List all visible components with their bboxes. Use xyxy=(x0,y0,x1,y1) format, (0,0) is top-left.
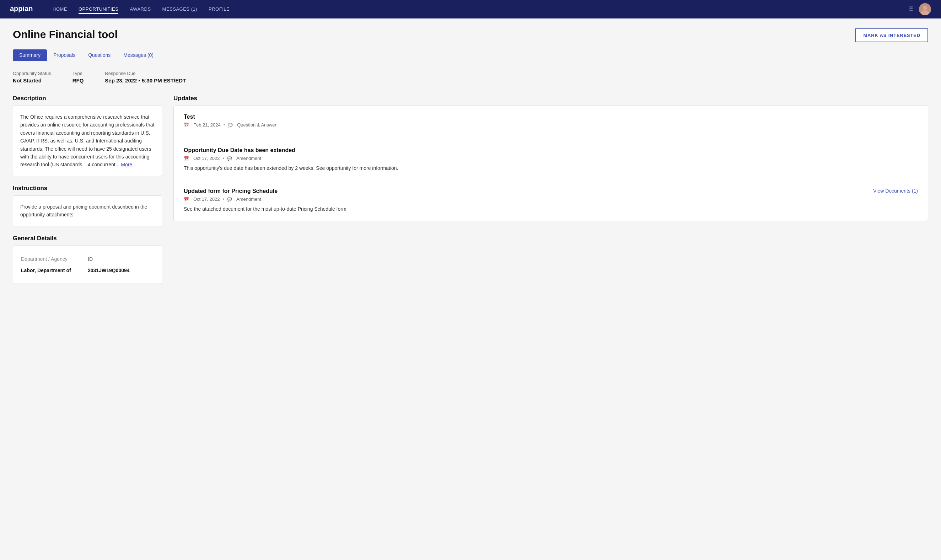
updates-title: Updates xyxy=(174,95,928,102)
update-1-meta: Feb 21, 2024 • Question & Answer xyxy=(184,122,918,128)
tab-questions[interactable]: Questions xyxy=(82,49,117,61)
update-2-body: This opportunity's due date has been ext… xyxy=(184,165,918,172)
general-details-title: General Details xyxy=(13,235,162,242)
general-details-card: Department / Agency ID Labor, Department… xyxy=(13,246,162,284)
update-3-type: Amendment xyxy=(236,197,261,202)
calendar-icon-3 xyxy=(184,197,191,202)
nav-awards[interactable]: AWARDS xyxy=(130,5,151,14)
updates-section: Updates Test Feb 21, 2024 • Question & A… xyxy=(174,95,928,284)
calendar-icon-2 xyxy=(184,155,191,161)
more-link[interactable]: More xyxy=(121,162,132,168)
nav-profile[interactable]: PROFILE xyxy=(209,5,229,14)
table-row: Department / Agency ID xyxy=(21,254,154,265)
update-item-3: Updated form for Pricing Schedule View D… xyxy=(174,180,928,221)
appian-logo[interactable]: appian xyxy=(10,3,38,15)
update-3-date: Oct 17, 2022 xyxy=(193,197,220,202)
id-value: 2031JW19Q00094 xyxy=(88,265,154,276)
left-column: Description The Office requires a compre… xyxy=(13,95,162,284)
update-1-title: Test xyxy=(184,114,195,120)
description-body: The Office requires a comprehensive rese… xyxy=(20,114,154,168)
page-header: Online Financial tool MARK AS INTERESTED xyxy=(13,28,928,42)
status-item: Opportunity Status Not Started xyxy=(13,71,51,83)
update-2-type: Amendment xyxy=(236,155,261,161)
type-value: RFQ xyxy=(72,77,84,83)
update-3-title-row: Updated form for Pricing Schedule View D… xyxy=(184,188,918,194)
description-card: The Office requires a comprehensive rese… xyxy=(13,106,162,176)
instructions-title: Instructions xyxy=(13,185,162,192)
table-row: Labor, Department of 2031JW19Q00094 xyxy=(21,265,154,276)
general-details-table: Department / Agency ID Labor, Department… xyxy=(20,253,155,277)
nav-right: ⠿ xyxy=(909,3,931,15)
update-2-title-row: Opportunity Due Date has been extended xyxy=(184,147,918,154)
page-content: Online Financial tool MARK AS INTERESTED… xyxy=(0,18,941,560)
update-3-meta: Oct 17, 2022 • Amendment xyxy=(184,197,918,202)
type-item: Type RFQ xyxy=(72,71,84,83)
type-icon-3 xyxy=(227,197,234,202)
general-details-section: General Details Department / Agency ID L… xyxy=(13,235,162,284)
response-due-item: Response Due Sep 23, 2022 • 5:30 PM EST/… xyxy=(105,71,186,83)
updates-card: Test Feb 21, 2024 • Question & Answer Op… xyxy=(174,106,928,221)
update-2-meta: Oct 17, 2022 • Amendment xyxy=(184,155,918,161)
response-due-value: Sep 23, 2022 • 5:30 PM EST/EDT xyxy=(105,77,186,83)
type-label: Type xyxy=(72,71,84,76)
dept-label: Department / Agency xyxy=(21,254,87,265)
update-item-1: Test Feb 21, 2024 • Question & Answer xyxy=(174,106,928,139)
instructions-card: Provide a proposal and pricing document … xyxy=(13,195,162,226)
user-avatar[interactable] xyxy=(919,3,931,15)
meta-row: Opportunity Status Not Started Type RFQ … xyxy=(13,71,928,83)
update-2-title: Opportunity Due Date has been extended xyxy=(184,147,295,154)
type-icon-1 xyxy=(228,122,234,128)
tabs: Summary Proposals Questions Messages (0) xyxy=(13,49,928,61)
mark-as-interested-button[interactable]: MARK AS INTERESTED xyxy=(855,28,928,42)
svg-text:appian: appian xyxy=(10,5,33,12)
instructions-body: Provide a proposal and pricing document … xyxy=(20,204,147,217)
calendar-icon-1 xyxy=(184,122,191,128)
status-value: Not Started xyxy=(13,77,51,83)
description-title: Description xyxy=(13,95,162,102)
update-1-date: Feb 21, 2024 xyxy=(193,122,221,128)
nav-messages[interactable]: MESSAGES (1) xyxy=(162,5,197,14)
view-documents-link[interactable]: View Documents (1) xyxy=(873,188,918,194)
update-3-body: See the attached document for the most u… xyxy=(184,205,918,213)
id-label: ID xyxy=(88,254,154,265)
type-icon-2 xyxy=(227,155,234,161)
dept-value: Labor, Department of xyxy=(21,265,87,276)
description-section: Description The Office requires a compre… xyxy=(13,95,162,176)
update-2-date: Oct 17, 2022 xyxy=(193,155,220,161)
nav-opportunities[interactable]: OPPORTUNITIES xyxy=(78,5,118,14)
svg-point-2 xyxy=(923,6,927,10)
response-due-label: Response Due xyxy=(105,71,186,76)
update-item-2: Opportunity Due Date has been extended O… xyxy=(174,139,928,180)
nav-home[interactable]: HOME xyxy=(52,5,67,14)
tab-summary[interactable]: Summary xyxy=(13,49,47,61)
update-1-title-row: Test xyxy=(184,114,918,120)
grid-icon[interactable]: ⠿ xyxy=(909,5,913,13)
tab-messages[interactable]: Messages (0) xyxy=(117,49,160,61)
page-title: Online Financial tool xyxy=(13,28,118,40)
update-3-title: Updated form for Pricing Schedule xyxy=(184,188,278,194)
status-label: Opportunity Status xyxy=(13,71,51,76)
main-grid: Description The Office requires a compre… xyxy=(13,95,928,284)
navigation: appian HOME OPPORTUNITIES AWARDS MESSAGE… xyxy=(0,0,941,18)
instructions-section: Instructions Provide a proposal and pric… xyxy=(13,185,162,226)
nav-links: HOME OPPORTUNITIES AWARDS MESSAGES (1) P… xyxy=(52,5,909,14)
tab-proposals[interactable]: Proposals xyxy=(47,49,82,61)
update-1-type: Question & Answer xyxy=(237,122,277,128)
